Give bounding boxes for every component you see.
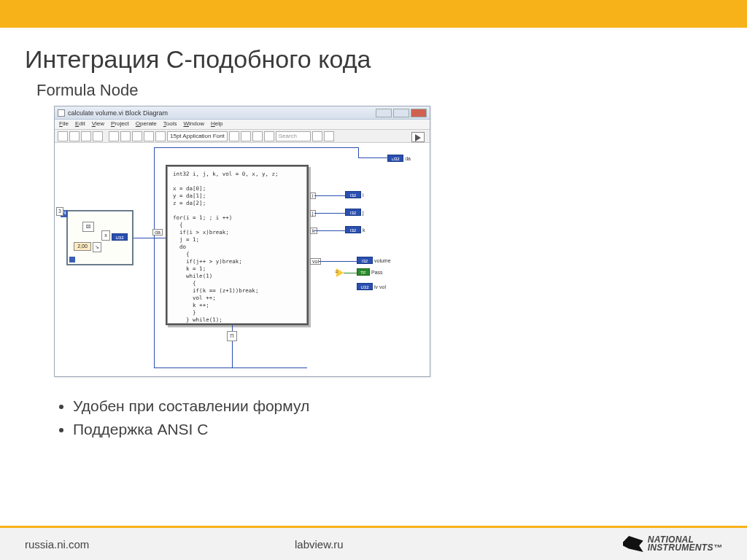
slide-title: Интеграция C-подобного кода [0,28,747,79]
dice-node[interactable]: ⚄ [82,222,94,232]
distribute-button[interactable] [241,131,251,141]
window-titlebar: calculate volume.vi Block Diagram [55,106,430,120]
pin-label-da: da [152,229,163,236]
u32-tag: U32 [112,233,128,241]
terminal-volume: I32volume [357,257,391,264]
search-input[interactable]: Search [276,131,311,141]
menu-view[interactable]: View [92,120,104,128]
terminal-da: U32 da [387,155,411,162]
reorder-button[interactable] [264,131,274,141]
menu-edit[interactable]: Edit [75,120,85,128]
help-icon[interactable] [324,131,334,141]
retain-button[interactable] [120,131,131,141]
labview-window: calculate volume.vi Block Diagram File E… [54,106,430,377]
multiply-node[interactable]: x [101,230,110,241]
terminal-j: I32j [345,209,364,216]
wire [133,238,166,238]
for-loop[interactable]: N ⚄ x 2,00 ↘ U32 [66,210,133,265]
slide-top-bar [0,0,747,28]
u32-tag: U32 [387,155,403,162]
window-title: calculate volume.vi Block Diagram [68,109,376,117]
font-selector[interactable]: 15pt Application Font [167,131,228,141]
const-3: 3 [56,207,63,216]
slide-subtitle: Formula Node [0,79,747,106]
terminal-i: I32i [345,191,364,198]
pause-button[interactable] [93,131,103,141]
terminal-k: I32k [345,226,365,233]
maximize-button[interactable] [393,109,409,117]
logo-line2: INSTRUMENTS [648,542,713,553]
app-icon [58,109,65,117]
ni-eagle-icon [623,536,643,552]
bullet-list: Удобен при составлении формул Поддержка … [61,397,747,438]
round-node[interactable]: ↘ [93,242,101,252]
footer-url-mid: labview.ru [295,538,623,551]
menu-help[interactable]: Help [211,120,222,128]
abort-button[interactable] [81,131,91,141]
formula-node[interactable]: int32 i, j, k, vol = 0, x, y, z; x = da[… [166,165,309,325]
loop-i-terminal [69,257,75,262]
menu-project[interactable]: Project [111,120,129,128]
wire [344,273,357,273]
close-button[interactable] [411,109,427,117]
const-200: 2,00 [74,242,91,251]
slide-footer: russia.ni.com labview.ru NATIONAL INSTRU… [0,526,747,560]
wire [154,368,307,368]
wire [154,147,155,368]
search-icon[interactable] [312,131,322,141]
menu-operate[interactable]: Operate [136,120,157,128]
footer-url-left: russia.ni.com [25,538,295,551]
wire [154,147,358,148]
minimize-button[interactable] [376,109,392,117]
run-button[interactable] [58,131,68,141]
resize-button[interactable] [252,131,263,141]
bullet-item: Удобен при составлении формул [73,397,747,415]
wire [319,261,357,262]
u32-terminal: U32 [112,233,128,241]
step-out-button[interactable] [155,131,166,141]
toolbar: 15pt Application Font Search [55,130,430,143]
wire [232,341,233,368]
menu-window[interactable]: Window [183,120,204,128]
vi-icon [411,132,425,142]
wire [358,158,393,158]
equals-label: = [335,268,338,275]
block-diagram-canvas[interactable]: U32 da N ⚄ x 2,00 ↘ U32 3 da int32 i, j,… [55,143,430,376]
wire [358,147,359,158]
wire [314,213,345,214]
menu-bar: File Edit View Project Operate Tools Win… [55,120,430,130]
highlight-button[interactable] [109,131,119,141]
bullet-item: Поддержка ANSI C [73,421,747,438]
wire [314,230,345,231]
step-over-button[interactable] [144,131,154,141]
ni-logo: NATIONAL INSTRUMENTS™ [623,536,722,552]
menu-file[interactable]: File [59,120,69,128]
step-button[interactable] [132,131,142,141]
menu-tools[interactable]: Tools [163,120,177,128]
align-button[interactable] [229,131,239,141]
terminal-label: da [405,156,411,161]
run-cont-button[interactable] [69,131,80,141]
wire [314,195,345,196]
mult-bottom-node[interactable]: Π [227,331,237,341]
terminal-pass: TFPass [357,268,383,276]
terminal-lvvol: U32lv vol [357,283,386,290]
wire [232,325,233,331]
